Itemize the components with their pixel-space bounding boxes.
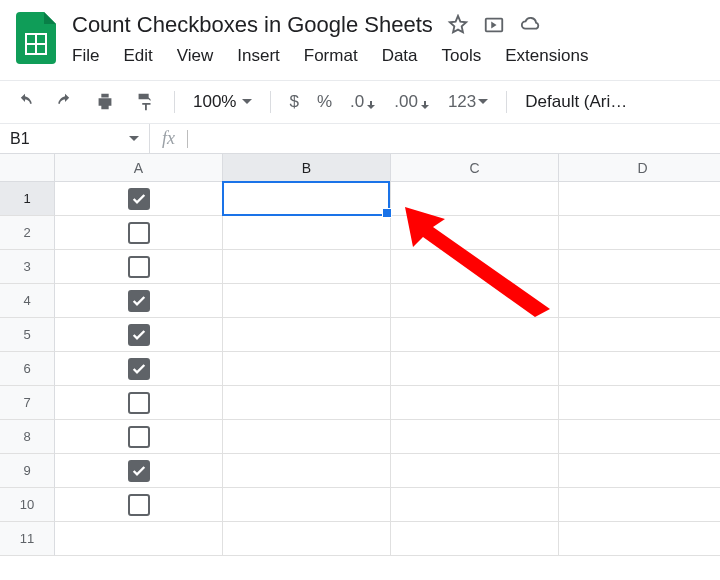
checkbox[interactable] xyxy=(128,256,150,278)
cell[interactable] xyxy=(223,284,391,318)
row-header[interactable]: 11 xyxy=(0,522,55,556)
cell[interactable] xyxy=(55,216,223,250)
cell[interactable] xyxy=(391,420,559,454)
row-header[interactable]: 3 xyxy=(0,250,55,284)
paint-format-button[interactable] xyxy=(134,91,156,113)
cell[interactable] xyxy=(55,250,223,284)
cell[interactable] xyxy=(559,386,720,420)
cell[interactable] xyxy=(391,318,559,352)
cell[interactable] xyxy=(559,488,720,522)
checkbox[interactable] xyxy=(128,290,150,312)
cell[interactable] xyxy=(223,522,391,556)
cell[interactable] xyxy=(55,284,223,318)
cell[interactable] xyxy=(559,454,720,488)
font-family-dropdown[interactable]: Default (Ari… xyxy=(525,92,627,112)
cell[interactable] xyxy=(55,488,223,522)
cell[interactable] xyxy=(223,420,391,454)
number-format-dropdown[interactable]: 123 xyxy=(448,92,488,112)
zoom-dropdown[interactable]: 100% xyxy=(193,92,252,112)
cell[interactable] xyxy=(223,352,391,386)
decrease-decimal-button[interactable]: .0 xyxy=(350,92,376,112)
cell[interactable] xyxy=(223,318,391,352)
cell[interactable] xyxy=(223,386,391,420)
toolbar-separator xyxy=(506,91,507,113)
toolbar-separator xyxy=(270,91,271,113)
cell[interactable] xyxy=(559,318,720,352)
cell[interactable] xyxy=(559,352,720,386)
menu-insert[interactable]: Insert xyxy=(237,46,280,66)
cell[interactable] xyxy=(391,488,559,522)
column-header[interactable]: C xyxy=(391,154,559,182)
move-icon[interactable] xyxy=(483,14,505,36)
cell[interactable] xyxy=(55,182,223,216)
cell[interactable] xyxy=(391,284,559,318)
cell[interactable] xyxy=(391,386,559,420)
cell[interactable] xyxy=(559,182,720,216)
checkbox[interactable] xyxy=(128,426,150,448)
cell[interactable] xyxy=(559,216,720,250)
row-header[interactable]: 7 xyxy=(0,386,55,420)
cell[interactable] xyxy=(223,488,391,522)
column-header[interactable]: B xyxy=(223,154,391,182)
cell[interactable] xyxy=(55,318,223,352)
column-header[interactable]: A xyxy=(55,154,223,182)
row-header[interactable]: 6 xyxy=(0,352,55,386)
cell[interactable] xyxy=(55,420,223,454)
row-header[interactable]: 2 xyxy=(0,216,55,250)
row-header[interactable]: 1 xyxy=(0,182,55,216)
menu-bar: File Edit View Insert Format Data Tools … xyxy=(72,46,708,66)
redo-button[interactable] xyxy=(54,92,76,112)
menu-tools[interactable]: Tools xyxy=(442,46,482,66)
cell[interactable] xyxy=(391,216,559,250)
cell[interactable] xyxy=(55,522,223,556)
star-icon[interactable] xyxy=(447,14,469,36)
increase-decimal-button[interactable]: .00 xyxy=(394,92,430,112)
cell[interactable] xyxy=(391,454,559,488)
print-button[interactable] xyxy=(94,91,116,113)
checkbox[interactable] xyxy=(128,494,150,516)
cell[interactable] xyxy=(391,522,559,556)
checkbox[interactable] xyxy=(128,222,150,244)
name-box[interactable]: B1 xyxy=(0,124,150,153)
cell[interactable] xyxy=(391,352,559,386)
checkbox[interactable] xyxy=(128,324,150,346)
cell[interactable] xyxy=(559,420,720,454)
cell[interactable] xyxy=(559,284,720,318)
cell[interactable] xyxy=(55,454,223,488)
cell[interactable] xyxy=(223,216,391,250)
checkbox[interactable] xyxy=(128,460,150,482)
cell[interactable] xyxy=(559,250,720,284)
formula-bar-input[interactable] xyxy=(187,130,720,148)
row-header[interactable]: 5 xyxy=(0,318,55,352)
menu-file[interactable]: File xyxy=(72,46,99,66)
cell[interactable] xyxy=(223,182,391,216)
menu-extensions[interactable]: Extensions xyxy=(505,46,588,66)
menu-view[interactable]: View xyxy=(177,46,214,66)
row-header[interactable]: 8 xyxy=(0,420,55,454)
undo-button[interactable] xyxy=(14,92,36,112)
select-all-corner[interactable] xyxy=(0,154,55,182)
checkbox[interactable] xyxy=(128,392,150,414)
chevron-down-icon xyxy=(129,134,139,144)
cell[interactable] xyxy=(391,182,559,216)
row-header[interactable]: 4 xyxy=(0,284,55,318)
cell[interactable] xyxy=(223,250,391,284)
cell[interactable] xyxy=(559,522,720,556)
menu-edit[interactable]: Edit xyxy=(123,46,152,66)
menu-data[interactable]: Data xyxy=(382,46,418,66)
sheets-logo-icon[interactable] xyxy=(12,8,60,68)
cell[interactable] xyxy=(223,454,391,488)
checkbox[interactable] xyxy=(128,358,150,380)
column-header[interactable]: D xyxy=(559,154,720,182)
format-percent-button[interactable]: % xyxy=(317,92,332,112)
format-currency-button[interactable]: $ xyxy=(289,92,298,112)
cloud-status-icon[interactable] xyxy=(519,14,543,36)
cell[interactable] xyxy=(55,386,223,420)
cell[interactable] xyxy=(55,352,223,386)
row-header[interactable]: 9 xyxy=(0,454,55,488)
row-header[interactable]: 10 xyxy=(0,488,55,522)
checkbox[interactable] xyxy=(128,188,150,210)
cell[interactable] xyxy=(391,250,559,284)
menu-format[interactable]: Format xyxy=(304,46,358,66)
document-title[interactable]: Count Checkboxes in Google Sheets xyxy=(72,12,433,38)
